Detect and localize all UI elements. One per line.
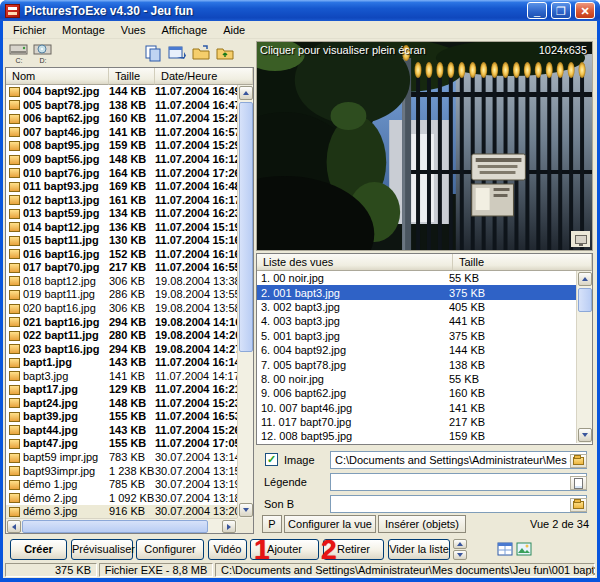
spin-up-icon[interactable] bbox=[453, 539, 467, 549]
close-button[interactable]: ✕ bbox=[575, 2, 595, 19]
file-row[interactable]: 022 bapt11.jpg 280 KB 19.08.2004 14:20 bbox=[6, 329, 237, 343]
view-row[interactable]: 12. 008 bapt95.jpg 159 KB bbox=[257, 429, 576, 443]
column-header-nom[interactable]: Nom bbox=[6, 68, 109, 85]
file-row[interactable]: 005 bapt78.jpg 138 KB 11.07.2004 16:47 bbox=[6, 99, 237, 113]
view-list-vscrollbar[interactable] bbox=[576, 271, 592, 443]
legende-field[interactable] bbox=[330, 473, 587, 491]
title-bar[interactable]: PicturesToExe v4.30 - Jeu fun _ ❐ ✕ bbox=[0, 0, 600, 21]
view-row[interactable]: 8. 00 noir.jpg 55 KB bbox=[257, 372, 576, 386]
cd-drive-icon[interactable]: D: bbox=[31, 40, 55, 66]
file-row[interactable]: bapt3.jpg 141 KB 11.07.2004 14:17 bbox=[6, 369, 237, 383]
view-row[interactable]: 6. 004 bapt92.jpg 144 KB bbox=[257, 343, 576, 357]
file-row[interactable]: bapt59 impr.jpg 783 KB 30.07.2004 13:14 bbox=[6, 451, 237, 465]
file-row[interactable]: 004 bapt92.jpg 144 KB 11.07.2004 16:49 bbox=[6, 85, 237, 99]
file-list-vscrollbar[interactable] bbox=[237, 85, 253, 518]
view-row[interactable]: 7. 005 bapt78.jpg 138 KB bbox=[257, 357, 576, 371]
file-row[interactable]: 017 bapt70.jpg 217 KB 11.07.2004 16:55 bbox=[6, 261, 237, 275]
drive-c-icon[interactable]: C: bbox=[7, 40, 31, 66]
image-path-field[interactable]: C:\Documents and Settings\Administrateur… bbox=[330, 451, 587, 469]
view-row[interactable]: 9. 006 bapt62.jpg 160 KB bbox=[257, 386, 576, 400]
p-button[interactable]: P bbox=[262, 515, 282, 533]
browse-son-button[interactable] bbox=[570, 498, 587, 512]
file-row[interactable]: démo 1.jpg 785 KB 30.07.2004 13:19 bbox=[6, 478, 237, 492]
image-checkbox[interactable]: ✓ bbox=[265, 453, 278, 466]
file-row[interactable]: 008 bapt95.jpg 159 KB 11.07.2004 15:29 bbox=[6, 139, 237, 153]
file-row[interactable]: 010 bapt76.jpg 164 KB 11.07.2004 17:26 bbox=[6, 166, 237, 180]
file-row[interactable]: 009 bapt56.jpg 148 KB 11.07.2004 16:12 bbox=[6, 153, 237, 167]
maximize-button[interactable]: ❐ bbox=[551, 2, 571, 19]
image-view-icon[interactable] bbox=[516, 542, 533, 557]
scroll-thumb[interactable] bbox=[578, 288, 592, 312]
scroll-down-icon[interactable] bbox=[578, 428, 592, 442]
vider-liste-button[interactable]: Vider la liste bbox=[388, 539, 450, 560]
menu-vues[interactable]: Vues bbox=[113, 22, 154, 38]
view-row[interactable]: 4. 003 bapt3.jpg 441 KB bbox=[257, 314, 576, 328]
scroll-up-icon[interactable] bbox=[578, 272, 592, 286]
grid-view-icon[interactable] bbox=[497, 542, 514, 557]
scroll-right-icon[interactable] bbox=[222, 520, 236, 533]
spin-down-icon[interactable] bbox=[453, 550, 467, 560]
menu-affichage[interactable]: Affichage bbox=[154, 22, 216, 38]
configurer-vue-button[interactable]: Configurer la vue bbox=[284, 515, 376, 533]
scroll-thumb-h[interactable] bbox=[22, 520, 208, 533]
folder-open-icon[interactable] bbox=[189, 40, 213, 66]
copy-icon[interactable] bbox=[141, 40, 165, 66]
file-row[interactable]: 013 bapt59.jpg 134 KB 11.07.2004 16:23 bbox=[6, 207, 237, 221]
file-row[interactable]: 016 bapt16.jpg 152 KB 11.07.2004 16:16 bbox=[6, 248, 237, 262]
file-row[interactable]: 012 bapt13.jpg 161 KB 11.07.2004 16:17 bbox=[6, 193, 237, 207]
edit-legende-button[interactable] bbox=[570, 476, 587, 490]
file-row[interactable]: bapt17.jpg 129 KB 11.07.2004 16:21 bbox=[6, 383, 237, 397]
configurer-button[interactable]: Configurer bbox=[136, 539, 204, 560]
column-header-taille[interactable]: Taille bbox=[109, 68, 155, 85]
file-row[interactable]: bapt47.jpg 155 KB 11.07.2004 17:05 bbox=[6, 437, 237, 451]
file-row[interactable]: 015 bapt11.jpg 130 KB 11.07.2004 15:16 bbox=[6, 234, 237, 248]
creer-button[interactable]: Créer bbox=[10, 539, 67, 560]
column-header-taille-vues[interactable]: Taille bbox=[453, 254, 592, 271]
file-list-hscrollbar[interactable] bbox=[6, 518, 237, 533]
file-row[interactable]: bapt1.jpg 143 KB 11.07.2004 16:14 bbox=[6, 356, 237, 370]
column-header-date[interactable]: Date/Heure bbox=[155, 68, 253, 85]
file-row[interactable]: bapt24.jpg 148 KB 11.07.2004 15:23 bbox=[6, 397, 237, 411]
folder-up-icon[interactable] bbox=[213, 40, 237, 66]
fullscreen-button[interactable] bbox=[571, 231, 590, 247]
resize-grip[interactable] bbox=[585, 565, 596, 576]
file-row[interactable]: 006 bapt62.jpg 160 KB 11.07.2004 15:28 bbox=[6, 112, 237, 126]
son-b-field[interactable] bbox=[330, 495, 587, 513]
file-row[interactable]: bapt39.jpg 155 KB 11.07.2004 16:53 bbox=[6, 410, 237, 424]
view-row[interactable]: 1. 00 noir.jpg 55 KB bbox=[257, 271, 576, 285]
file-row[interactable]: 020 bapt16.jpg 306 KB 19.08.2004 13:58 bbox=[6, 302, 237, 316]
view-row[interactable]: 5. 001 bapt3.jpg 375 KB bbox=[257, 329, 576, 343]
menu-montage[interactable]: Montage bbox=[54, 22, 113, 38]
file-row[interactable]: 019 bapt11.jpg 286 KB 19.08.2004 13:55 bbox=[6, 288, 237, 302]
file-date: 11.07.2004 16:48 bbox=[155, 180, 237, 193]
browse-image-button[interactable] bbox=[570, 454, 587, 468]
file-row[interactable]: 018 bapt12.jpg 306 KB 19.08.2004 13:38 bbox=[6, 275, 237, 289]
file-row[interactable]: bapt44.jpg 143 KB 11.07.2004 15:26 bbox=[6, 424, 237, 438]
export-icon[interactable] bbox=[165, 40, 189, 66]
scroll-thumb[interactable] bbox=[239, 102, 253, 352]
minimize-button[interactable]: _ bbox=[527, 2, 547, 19]
view-row[interactable]: 2. 001 bapt3.jpg 375 KB bbox=[257, 285, 576, 299]
preview-pane[interactable]: Cliquer pour visualiser plein écran 1024… bbox=[256, 41, 593, 251]
file-row[interactable]: 007 bapt46.jpg 141 KB 11.07.2004 16:57 bbox=[6, 126, 237, 140]
video-button[interactable]: Vidéo bbox=[208, 539, 247, 560]
view-row[interactable]: 10. 007 bapt46.jpg 141 KB bbox=[257, 401, 576, 415]
menu-aide[interactable]: Aide bbox=[215, 22, 253, 38]
inserer-objets-button[interactable]: Insérer (objets) bbox=[378, 515, 466, 533]
scroll-down-icon[interactable] bbox=[239, 503, 253, 517]
menu-fichier[interactable]: Fichier bbox=[5, 22, 54, 38]
column-header-liste-des-vues[interactable]: Liste des vues bbox=[257, 254, 453, 271]
view-row[interactable]: 3. 002 bapt3.jpg 405 KB bbox=[257, 300, 576, 314]
view-row[interactable]: 11. 017 bapt70.jpg 217 KB bbox=[257, 415, 576, 429]
file-row[interactable]: 011 bapt93.jpg 169 KB 11.07.2004 16:48 bbox=[6, 180, 237, 194]
file-row[interactable]: bapt93impr.jpg 1 238 KB 30.07.2004 13:15 bbox=[6, 464, 237, 478]
scroll-left-icon[interactable] bbox=[7, 520, 21, 533]
scroll-up-icon[interactable] bbox=[239, 86, 253, 100]
file-row[interactable]: 021 bapt16.jpg 294 KB 19.08.2004 14:16 bbox=[6, 315, 237, 329]
previsualiser-button[interactable]: Prévisualiser bbox=[71, 539, 133, 560]
file-row[interactable]: démo 2.jpg 1 092 KB 30.07.2004 13:18 bbox=[6, 491, 237, 505]
file-row[interactable]: 014 bapt12.jpg 136 KB 11.07.2004 15:19 bbox=[6, 220, 237, 234]
file-row[interactable]: démo 3.jpg 916 KB 30.07.2004 13:20 bbox=[6, 505, 237, 518]
file-name: bapt59 impr.jpg bbox=[23, 451, 109, 464]
file-row[interactable]: 023 bapt16.jpg 294 KB 19.08.2004 14:27 bbox=[6, 342, 237, 356]
